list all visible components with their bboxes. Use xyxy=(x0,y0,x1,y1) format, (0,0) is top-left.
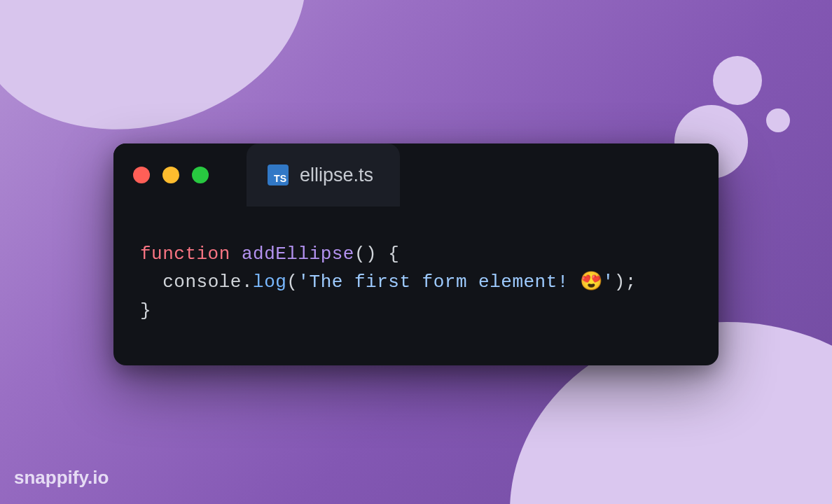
code-content: function addEllipse() { console.log('The… xyxy=(113,206,719,365)
maximize-icon[interactable] xyxy=(192,167,209,183)
function-name: addEllipse xyxy=(242,244,354,265)
decorative-circle-medium xyxy=(713,56,762,105)
close-icon[interactable] xyxy=(133,167,150,183)
code-line-2: console.log('The first form element! 😍')… xyxy=(140,268,692,296)
log-method: log xyxy=(253,272,286,293)
tab-filename: ellipse.ts xyxy=(300,164,373,186)
minimize-icon[interactable] xyxy=(162,167,179,183)
traffic-lights xyxy=(133,167,209,183)
decorative-circle-small xyxy=(766,108,790,132)
window-header: TS ellipse.ts xyxy=(113,144,719,206)
code-window: TS ellipse.ts function addEllipse() { co… xyxy=(113,144,719,365)
keyword-function: function xyxy=(140,244,230,265)
watermark: snappify.io xyxy=(14,467,109,489)
string-literal: 'The first form element! 😍' xyxy=(298,272,613,293)
code-line-3: } xyxy=(140,297,692,325)
console-object: console xyxy=(162,272,242,293)
decorative-blob-top-left xyxy=(0,0,335,165)
file-tab[interactable]: TS ellipse.ts xyxy=(247,144,400,206)
code-line-1: function addEllipse() { xyxy=(140,240,692,268)
typescript-icon: TS xyxy=(268,164,289,186)
